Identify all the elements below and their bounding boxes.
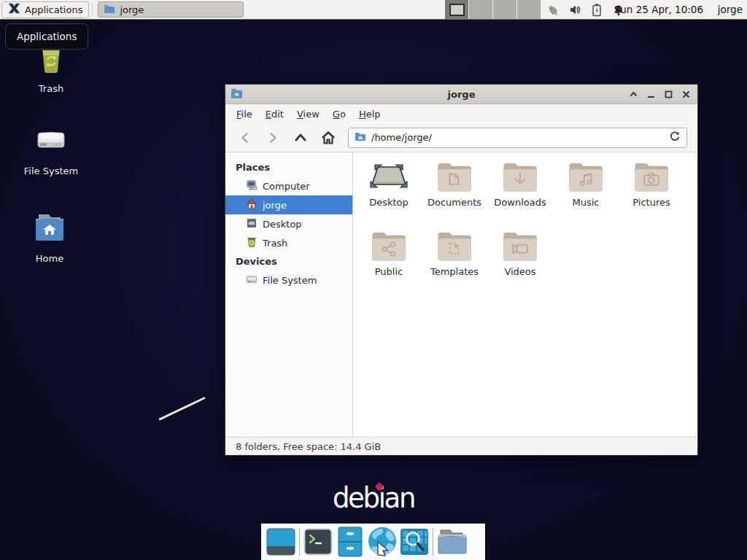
workspace-window-thumb <box>449 4 465 16</box>
file-label: Videos <box>504 266 535 277</box>
shade-button[interactable] <box>628 89 639 100</box>
workspace-4[interactable] <box>517 0 541 19</box>
sidebar-places-header: Places <box>225 158 352 176</box>
panel-clock[interactable]: Sun 25 Apr, 10:06 <box>614 0 703 19</box>
file-desktop[interactable]: Desktop <box>356 160 422 229</box>
folder-videos-icon <box>501 229 539 264</box>
reload-icon[interactable] <box>669 131 681 145</box>
menu-file[interactable]: File <box>230 106 259 122</box>
sidebar-item-trash[interactable]: Trash <box>225 233 352 252</box>
volume-icon[interactable] <box>568 3 582 18</box>
toolbar: /home/jorge/ <box>225 123 697 152</box>
file-label: Public <box>375 266 403 277</box>
wallpaper-stray-line <box>158 397 205 421</box>
file-label: Desktop <box>369 197 409 208</box>
file-label: Music <box>573 197 600 208</box>
folder-templates-icon <box>436 229 473 264</box>
debian-logo: debian <box>332 481 415 514</box>
desktop-icon-label: File System <box>24 166 78 176</box>
file-label: Downloads <box>494 197 546 208</box>
dock-file-cabinet-button[interactable] <box>334 526 366 558</box>
sidebar-item-label: Computer <box>263 181 310 192</box>
sidebar-item-file-system[interactable]: File System <box>225 271 352 289</box>
forward-button[interactable] <box>262 128 284 148</box>
sidebar-devices-header: Devices <box>225 252 352 271</box>
sidebar-item-desktop[interactable]: Desktop <box>225 214 352 233</box>
sidebar-item-label: Trash <box>263 238 287 249</box>
home-button[interactable] <box>317 128 339 148</box>
taskbar-button-label: jorge <box>120 4 144 15</box>
location-input[interactable]: /home/jorge/ <box>371 132 664 143</box>
taskbar-button-jorge[interactable]: jorge <box>98 1 244 18</box>
computer-icon <box>246 179 258 193</box>
icon-view: Desktop Documents <box>353 152 697 437</box>
file-templates[interactable]: Templates <box>422 229 487 298</box>
up-button[interactable] <box>290 128 311 148</box>
sidebar-item-computer[interactable]: Computer <box>225 176 352 195</box>
folder-public-icon <box>370 229 408 264</box>
dock-folder-button[interactable] <box>436 526 468 558</box>
location-bar[interactable]: /home/jorge/ <box>348 128 687 148</box>
file-label: Documents <box>427 197 481 208</box>
statusbar: 8 folders, Free space: 14.4 GiB <box>225 437 697 455</box>
menu-view[interactable]: View <box>290 106 326 122</box>
dock <box>261 524 485 560</box>
menu-edit[interactable]: Edit <box>259 106 290 122</box>
menu-go[interactable]: Go <box>326 106 352 122</box>
maximize-button[interactable] <box>663 89 674 100</box>
debian-logo-text: debian <box>333 481 414 514</box>
panel-user-label[interactable]: jorge <box>718 0 743 19</box>
desktop-icon-home[interactable]: Home <box>15 210 85 264</box>
file-documents[interactable]: Documents <box>422 160 487 229</box>
dock-folder-icon <box>436 527 467 556</box>
back-button[interactable] <box>234 128 256 148</box>
panel-handle <box>90 4 94 15</box>
trash-small-icon <box>246 236 258 250</box>
file-videos[interactable]: Videos <box>487 229 553 298</box>
dock-show-desktop-button[interactable] <box>265 526 297 558</box>
menu-help[interactable]: Help <box>352 106 387 122</box>
location-folder-icon <box>355 131 366 145</box>
web-browser-globe-icon <box>366 526 398 558</box>
workspace-1[interactable] <box>445 0 469 19</box>
file-public[interactable]: Public <box>356 229 422 298</box>
battery-icon[interactable] <box>589 3 604 18</box>
close-button[interactable] <box>681 89 692 100</box>
dock-web-browser-button[interactable] <box>366 526 398 558</box>
folder-pictures-icon <box>632 160 670 195</box>
window-titlebar[interactable]: jorge <box>225 85 697 104</box>
desktop-icon <box>246 217 258 231</box>
folder-downloads-icon <box>501 160 539 195</box>
file-label: Pictures <box>632 197 670 208</box>
network-icon[interactable] <box>546 3 560 18</box>
window-controls <box>628 85 692 104</box>
applications-menu-button[interactable]: Applications <box>1 1 89 18</box>
sidebar-item-jorge[interactable]: jorge <box>225 195 352 214</box>
file-downloads[interactable]: Downloads <box>487 160 553 229</box>
home-icon <box>246 198 258 212</box>
dock-terminal-button[interactable] <box>302 526 334 558</box>
sidebar-item-label: jorge <box>263 200 287 211</box>
workspace-switcher <box>445 0 541 19</box>
app-finder-icon <box>400 528 429 556</box>
window-content: Places Computer <box>225 152 697 437</box>
show-desktop-icon <box>266 528 295 556</box>
folder-documents-icon <box>436 160 473 195</box>
home-folder-icon <box>31 210 68 249</box>
file-music[interactable]: Music <box>553 160 619 229</box>
statusbar-text: 8 folders, Free space: 14.4 GiB <box>236 441 381 452</box>
dock-separator <box>433 528 433 556</box>
sidebar: Places Computer <box>225 152 353 437</box>
applications-menu-label: Applications <box>25 4 82 15</box>
workspace-2[interactable] <box>469 0 493 19</box>
minimize-button[interactable] <box>646 89 657 100</box>
file-cabinet-icon <box>337 526 363 557</box>
workspace-3[interactable] <box>493 0 517 19</box>
desktop-icon-file-system[interactable]: File System <box>16 122 86 176</box>
menubar: File Edit View Go Help <box>225 104 697 123</box>
file-pictures[interactable]: Pictures <box>619 160 684 229</box>
dock-app-finder-button[interactable] <box>398 526 430 558</box>
desktop-icon-label: Trash <box>39 83 63 94</box>
folder-icon <box>104 3 115 17</box>
drive-icon <box>246 273 258 287</box>
